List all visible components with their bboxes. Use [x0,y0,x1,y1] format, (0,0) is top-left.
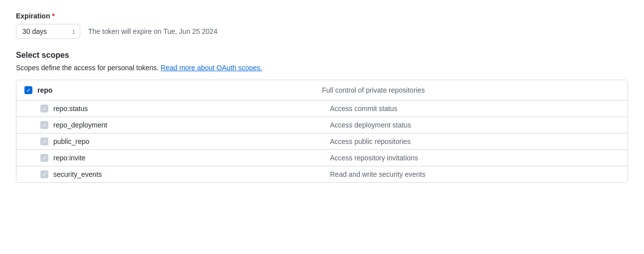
scope-row-security-events: ✓ security_events Read and write securit… [16,166,628,182]
checkbox-repo-deployment[interactable]: ✓ [40,121,48,129]
scope-name-repo-invite: repo:invite [53,154,86,162]
checkbox-wrapper-public-repo[interactable]: ✓ [40,137,48,145]
checkmark-repo-deployment: ✓ [42,123,47,128]
scopes-description: Scopes define the access for personal to… [16,64,628,72]
scope-left-repo-deployment: ✓ repo_deployment [40,121,330,129]
checkbox-repo-status[interactable]: ✓ [40,105,48,113]
checkmark-public-repo: ✓ [42,139,47,144]
checkbox-wrapper-repo-invite[interactable]: ✓ [40,154,48,162]
required-indicator: * [52,12,54,20]
scope-desc-public-repo: Access public repositories [330,137,620,145]
expiration-label: Expiration * [16,12,628,20]
scope-left-security-events: ✓ security_events [40,170,330,178]
scope-desc-security-events: Read and write security events [330,170,620,178]
expiration-row: No expiration 7 days 30 days 60 days 90 … [16,24,628,39]
checkmark-repo-status: ✓ [42,106,47,112]
checkbox-wrapper-repo[interactable]: ✓ [24,86,32,94]
scope-left-repo-status: ✓ repo:status [40,105,330,113]
scope-row-repo-invite: ✓ repo:invite Access repository invitati… [16,150,628,166]
scope-desc-repo-invite: Access repository invitations [330,154,620,162]
checkbox-repo[interactable]: ✓ [24,86,32,94]
scope-row-repo-status: ✓ repo:status Access commit status [16,101,628,117]
expiration-select[interactable]: No expiration 7 days 30 days 60 days 90 … [16,24,80,39]
oauth-scopes-link[interactable]: Read more about OAuth scopes. [161,64,262,72]
scope-row-repo-deployment: ✓ repo_deployment Access deployment stat… [16,117,628,133]
scope-row-repo: ✓ repo Full control of private repositor… [16,80,628,101]
scope-desc-repo-status: Access commit status [330,105,620,113]
scopes-section: Select scopes Scopes define the access f… [16,51,628,183]
checkmark-repo: ✓ [26,88,31,93]
scope-left-repo-invite: ✓ repo:invite [40,154,330,162]
scope-left-public-repo: ✓ public_repo [40,137,330,145]
checkbox-repo-invite[interactable]: ✓ [40,154,48,162]
checkmark-security-events: ✓ [42,172,47,177]
scope-desc-repo-deployment: Access deployment status [330,121,620,129]
scope-name-public-repo: public_repo [53,137,89,145]
scopes-table: ✓ repo Full control of private repositor… [16,80,628,183]
scopes-description-text: Scopes define the access for personal to… [16,64,159,72]
expiration-label-text: Expiration [16,12,50,20]
expiration-section: Expiration * No expiration 7 days 30 day… [16,12,628,39]
checkbox-wrapper-security-events[interactable]: ✓ [40,170,48,178]
checkbox-wrapper-repo-status[interactable]: ✓ [40,105,48,113]
scope-name-security-events: security_events [53,170,102,178]
checkbox-public-repo[interactable]: ✓ [40,137,48,145]
checkbox-security-events[interactable]: ✓ [40,170,48,178]
scope-row-public-repo: ✓ public_repo Access public repositories [16,133,628,150]
checkbox-wrapper-repo-deployment[interactable]: ✓ [40,121,48,129]
scope-desc-repo: Full control of private repositories [322,86,620,94]
expiration-select-wrapper: No expiration 7 days 30 days 60 days 90 … [16,24,80,39]
scope-name-repo-status: repo:status [53,105,88,113]
scope-name-repo: repo [37,86,52,94]
scopes-heading: Select scopes [16,51,628,60]
checkmark-repo-invite: ✓ [42,155,47,161]
scope-left-repo: ✓ repo [24,86,322,94]
scope-name-repo-deployment: repo_deployment [53,121,107,129]
expiration-hint: The token will expire on Tue, Jun 25 202… [88,27,217,35]
